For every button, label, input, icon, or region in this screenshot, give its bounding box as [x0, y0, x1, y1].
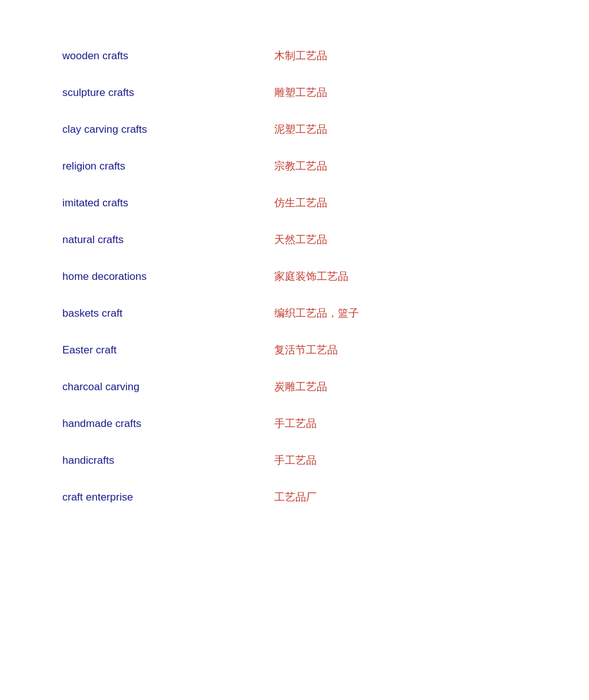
english-term: religion crafts [62, 160, 224, 173]
chinese-term: 编织工艺品，篮子 [274, 306, 359, 320]
vocab-row: craft enterprise工艺品厂 [62, 479, 527, 515]
chinese-term: 宗教工艺品 [274, 159, 327, 173]
vocab-row: charcoal carving炭雕工艺品 [62, 368, 527, 405]
english-term: Easter craft [62, 344, 224, 357]
english-term: baskets craft [62, 307, 224, 320]
chinese-term: 木制工艺品 [274, 49, 327, 63]
english-term: clay carving crafts [62, 123, 224, 136]
english-term: wooden crafts [62, 50, 224, 62]
vocab-row: imitated crafts仿生工艺品 [62, 185, 527, 221]
chinese-term: 手工艺品 [274, 416, 317, 431]
vocab-row: sculpture crafts雕塑工艺品 [62, 74, 527, 111]
english-term: natural crafts [62, 234, 224, 246]
vocab-row: home decorations家庭装饰工艺品 [62, 258, 527, 295]
english-term: home decorations [62, 271, 224, 283]
vocab-row: religion crafts宗教工艺品 [62, 148, 527, 185]
vocab-row: clay carving crafts泥塑工艺品 [62, 111, 527, 148]
chinese-term: 手工艺品 [274, 453, 317, 467]
vocab-row: wooden crafts木制工艺品 [62, 37, 527, 74]
english-term: imitated crafts [62, 197, 224, 209]
chinese-term: 雕塑工艺品 [274, 85, 327, 100]
chinese-term: 天然工艺品 [274, 233, 327, 247]
vocab-row: Easter craft复活节工艺品 [62, 332, 527, 368]
english-term: sculpture crafts [62, 87, 224, 99]
chinese-term: 泥塑工艺品 [274, 122, 327, 137]
chinese-term: 复活节工艺品 [274, 343, 338, 357]
chinese-term: 家庭装饰工艺品 [274, 269, 348, 284]
vocabulary-list: wooden crafts木制工艺品sculpture crafts雕塑工艺品c… [0, 0, 589, 553]
chinese-term: 仿生工艺品 [274, 196, 327, 210]
english-term: handicrafts [62, 454, 224, 467]
vocab-row: handmade crafts手工艺品 [62, 405, 527, 442]
chinese-term: 工艺品厂 [274, 490, 317, 504]
english-term: handmade crafts [62, 418, 224, 430]
english-term: charcoal carving [62, 381, 224, 393]
chinese-term: 炭雕工艺品 [274, 380, 327, 394]
vocab-row: handicrafts手工艺品 [62, 442, 527, 479]
vocab-row: natural crafts天然工艺品 [62, 221, 527, 258]
vocab-row: baskets craft编织工艺品，篮子 [62, 295, 527, 332]
english-term: craft enterprise [62, 491, 224, 504]
